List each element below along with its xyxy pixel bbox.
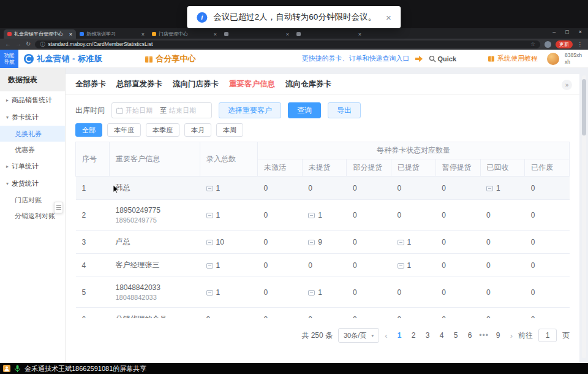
brand-name: 礼盒营销 - 标准版 <box>37 53 103 64</box>
page-number[interactable]: 4 <box>435 331 448 340</box>
status-count-cell[interactable]: 1 <box>302 200 347 231</box>
status-column-header: 部分提货 <box>347 159 391 177</box>
content-tab[interactable]: 流向仓库券卡 <box>285 79 331 90</box>
minimize-icon[interactable]: – <box>552 29 556 35</box>
status-count-cell[interactable]: 1 <box>391 254 436 277</box>
content-tab[interactable]: 总部直发券卡 <box>116 79 162 90</box>
sidebar-toggle[interactable] <box>54 202 63 213</box>
quick-range-chip[interactable]: 全部 <box>75 123 102 137</box>
refresh-icon[interactable]: ↻ <box>26 41 31 47</box>
total-count-cell[interactable]: 10 <box>200 231 258 254</box>
status-column-header: 未激活 <box>258 159 303 177</box>
nav-box-button[interactable]: 功能导航 <box>0 50 18 68</box>
tab-close-icon[interactable]: × <box>358 31 361 37</box>
table-row[interactable]: 4客户经理张三10001000 <box>76 254 570 277</box>
search-button[interactable]: 查询 <box>288 102 321 118</box>
select-customer-button[interactable]: 选择重要客户 <box>219 102 281 118</box>
status-count-cell: 0 <box>347 200 391 231</box>
chevron-double-right-icon[interactable]: » <box>562 80 572 90</box>
page-number[interactable]: 1 <box>393 331 406 340</box>
menu-kebab-icon[interactable]: ⋮ <box>577 41 583 48</box>
page-number[interactable]: 3 <box>421 331 434 340</box>
sidebar-group-item[interactable]: ▾发货统计 <box>0 175 65 192</box>
tab-close-icon[interactable]: × <box>214 31 217 37</box>
sidebar-group-item[interactable]: ▸订单统计 <box>0 158 65 175</box>
page-number[interactable]: 6 <box>464 331 477 340</box>
share-center-link[interactable]: 合分享中心 <box>145 53 196 64</box>
profile-avatar[interactable] <box>545 41 551 48</box>
total-count-cell[interactable]: 1 <box>200 254 258 277</box>
tab-title: 门店管理中心 <box>159 31 211 37</box>
content-tab[interactable]: 重要客户信息 <box>229 79 275 90</box>
status-count-cell[interactable]: 1 <box>302 277 347 308</box>
maximize-icon[interactable]: □ <box>565 29 568 35</box>
tutorial-link[interactable]: 系统使用教程 <box>488 54 538 63</box>
total-count-cell[interactable]: 1 <box>200 277 258 308</box>
user-name[interactable]: 8385xh xh <box>565 52 582 65</box>
url-bar[interactable]: ⓘ standard.maboy.cn/CardMemberStatistics… <box>35 40 540 48</box>
quick-range-chip[interactable]: 本月 <box>184 123 211 137</box>
status-count-value: 0 <box>264 288 268 297</box>
table-row[interactable]: 1韩总10000010 <box>76 177 570 200</box>
browser-tab[interactable]: × <box>293 29 365 39</box>
close-icon[interactable]: × <box>386 12 391 23</box>
page-number[interactable]: 2 <box>407 331 420 340</box>
export-button[interactable]: 导出 <box>328 102 361 118</box>
status-count-cell: 0 <box>435 254 480 277</box>
browser-tab[interactable]: 新维培训学习× <box>76 29 148 39</box>
prev-page-icon[interactable]: ‹ <box>385 331 387 340</box>
status-count-cell[interactable]: 1 <box>480 177 525 200</box>
table-row[interactable]: 6分销代理的会员00000000 <box>76 308 570 319</box>
total-count-value: 1 <box>216 211 221 219</box>
scrollbar-thumb[interactable] <box>582 79 586 135</box>
scrollbar[interactable] <box>582 75 586 358</box>
ticket-icon <box>206 240 213 245</box>
close-window-icon[interactable]: × <box>579 29 582 35</box>
next-page-icon[interactable]: › <box>510 331 513 340</box>
end-date-input[interactable] <box>169 107 201 114</box>
quick-search-button[interactable]: Quick <box>429 55 457 63</box>
update-button[interactable]: 更新 <box>556 40 573 48</box>
table-row[interactable]: 5180488420331804884203310100000 <box>76 277 570 308</box>
start-date-input[interactable] <box>126 107 157 114</box>
sidebar-sub-item[interactable]: 兑换礼券 <box>0 126 65 142</box>
quick-range-chip[interactable]: 本季度 <box>146 123 179 137</box>
bookmark-star-icon[interactable]: ☆ <box>530 41 535 47</box>
browser-tab[interactable]: 礼盒营销平台管理中心× <box>4 29 76 39</box>
date-range-picker[interactable]: 至 <box>111 102 212 118</box>
status-count-cell[interactable]: 1 <box>391 231 436 254</box>
status-count-cell: 0 <box>525 231 570 254</box>
content-tab[interactable]: 流向门店券卡 <box>173 79 219 90</box>
tab-close-icon[interactable]: × <box>286 31 289 37</box>
sidebar-sub-item[interactable]: 优惠券 <box>0 142 65 158</box>
content-tab[interactable]: 全部券卡 <box>75 79 106 90</box>
table-row[interactable]: 2189502497751895024977510100000 <box>76 200 570 231</box>
table-row[interactable]: 3卢总100901000 <box>76 231 570 254</box>
site-info-icon[interactable]: ⓘ <box>40 41 45 48</box>
forward-icon[interactable]: → <box>15 41 21 47</box>
page-number[interactable]: 5 <box>450 331 462 340</box>
sidebar-group-item[interactable]: ▸商品销售统计 <box>0 91 65 109</box>
sidebar-group-item[interactable]: ▾券卡统计 <box>0 109 65 126</box>
browser-tab[interactable]: 门店管理中心× <box>148 29 221 39</box>
status-count-cell[interactable]: 9 <box>302 231 347 254</box>
tutorial-icon <box>488 55 495 63</box>
page-size-select[interactable]: 30条/页 ▾ <box>338 328 379 343</box>
quick-entry-text: 更快捷的券卡、订单和快递查询入口 <box>302 54 410 63</box>
status-count-value: 0 <box>531 238 535 246</box>
browser-tab[interactable]: × <box>221 29 293 39</box>
customer-cell: 1895024977518950249775 <box>110 200 200 231</box>
quick-range-chip[interactable]: 本年度 <box>107 123 141 137</box>
page-number[interactable]: 9 <box>492 331 505 340</box>
tab-close-icon[interactable]: × <box>141 31 145 37</box>
total-count-cell[interactable]: 1 <box>200 200 258 231</box>
user-avatar[interactable] <box>547 53 559 65</box>
goto-page-input[interactable] <box>538 329 557 342</box>
status-count-cell: 0 <box>347 308 391 319</box>
back-icon[interactable]: ← <box>5 41 11 47</box>
tab-close-icon[interactable]: × <box>69 31 72 37</box>
status-count-cell: 0 <box>435 277 480 308</box>
quick-range-chip[interactable]: 本周 <box>216 123 243 137</box>
total-count-cell[interactable]: 1 <box>200 177 258 200</box>
sidebar-item-label: 发货统计 <box>12 179 39 188</box>
